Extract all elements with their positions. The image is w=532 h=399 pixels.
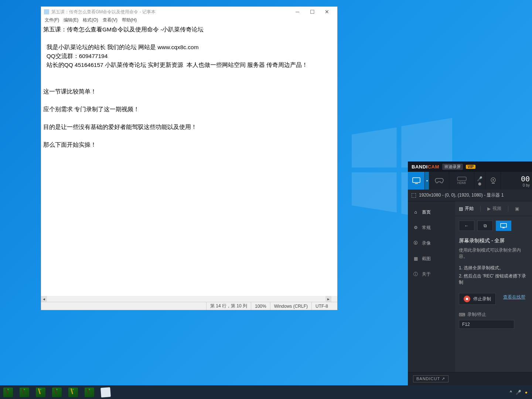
help-link[interactable]: 查看在线帮	[503, 294, 525, 300]
close-button[interactable]: ✕	[320, 7, 334, 17]
menu-format[interactable]: 格式(O)	[81, 17, 100, 24]
notepad-window: 第五课：传奇怎么查看GM命令以及使用命令 - 记事本 ─ ☐ ✕ 文件(F) 编…	[41, 6, 338, 310]
step-2: 2. 然后点击 'REC' 按钮或者摁下录制	[459, 273, 528, 286]
status-zoom: 100%	[251, 302, 270, 310]
bandicut-button[interactable]: BANDICUT ↗	[413, 375, 449, 382]
svg-marker-2	[352, 172, 397, 212]
sidebar: ⌂首页 ⚙常规 ⦿录像 ▦截图 ⓘ关于	[408, 201, 455, 372]
tabbar: ▤开始 ▶视频 ▣	[455, 201, 532, 216]
play-icon: ▶	[487, 206, 491, 211]
home-icon: ⌂	[413, 209, 418, 215]
window-select-button[interactable]: ⧉	[477, 221, 493, 231]
selection-icon	[412, 193, 416, 198]
status-position: 第 14 行，第 10 列	[206, 302, 251, 310]
taskbar-item[interactable]	[49, 385, 65, 399]
sidebar-item-image[interactable]: ▦截图	[408, 251, 455, 266]
section-title: 屏幕录制模式 - 全屏	[459, 238, 528, 244]
svg-marker-0	[352, 127, 397, 168]
folder-icon: ▤	[459, 206, 463, 211]
keyboard-icon: ⌨	[459, 312, 465, 317]
mode-toolbar: ▾ HDMI 🎤⬤ 00 0 by	[408, 172, 532, 190]
screen-mode-dropdown[interactable]: ▾	[425, 172, 429, 190]
svg-marker-1	[401, 118, 452, 167]
stop-icon	[464, 296, 470, 302]
image-icon: ▦	[413, 256, 418, 261]
counter: 00 0 by	[501, 172, 532, 190]
audio-mode-button[interactable]: 🎤⬤	[474, 172, 485, 190]
record-icon: ⦿	[413, 241, 418, 246]
taskbar: ^ 🎤 ●	[0, 385, 532, 399]
tray-status-icon[interactable]: ●	[525, 390, 528, 395]
menu-view[interactable]: 查看(V)	[100, 17, 120, 24]
svg-rect-9	[492, 183, 495, 184]
taskbar-item[interactable]	[65, 385, 81, 399]
info-icon: ⓘ	[413, 271, 418, 277]
hotkey-input[interactable]: F12	[459, 320, 514, 329]
menu-file[interactable]: 文件(F)	[42, 17, 61, 24]
status-eol: Windows (CRLF)	[270, 302, 311, 310]
bandicam-logo: BANDICAM	[412, 164, 439, 170]
statusbar: 第 14 行，第 10 列 100% Windows (CRLF) UTF-8	[41, 302, 337, 310]
text-area[interactable]: 第五课：传奇怎么查看GM命令以及使用命令 -小趴菜传奇论坛 我是小趴菜论坛的站长…	[41, 24, 337, 296]
sidebar-item-general[interactable]: ⚙常规	[408, 220, 455, 235]
bandicam-footer: BANDICUT ↗	[408, 372, 532, 385]
step-1: 1. 选择全屏录制模式。	[459, 265, 528, 271]
taskbar-item[interactable]	[16, 385, 33, 399]
gear-icon: ⚙	[413, 225, 418, 230]
history-row: ← ⧉	[455, 216, 532, 235]
status-encoding: UTF-8	[311, 302, 337, 310]
hotkey-label: ⌨录制/停止	[459, 311, 528, 318]
minimize-button[interactable]: ─	[290, 7, 305, 17]
capture-info: 1920x1080 - (0, 0), (1920, 1080) - 显示器 1	[419, 192, 504, 198]
window-title: 第五课：传奇怎么查看GM命令以及使用命令 - 记事本	[51, 9, 290, 15]
game-mode-button[interactable]	[429, 172, 449, 190]
sidebar-item-video[interactable]: ⦿录像	[408, 235, 455, 251]
taskbar-item-notepad[interactable]	[98, 385, 114, 399]
tab-video[interactable]: ▶视频	[487, 205, 501, 212]
svg-rect-11	[502, 228, 505, 228]
taskbar-item[interactable]	[81, 385, 98, 399]
tray-mic-icon[interactable]: 🎤	[516, 390, 521, 395]
menu-help[interactable]: 帮助(H)	[120, 17, 139, 24]
webcam-mode-button[interactable]	[485, 172, 501, 190]
screen-mode-button[interactable]	[408, 172, 425, 190]
menubar: 文件(F) 编辑(E) 格式(O) 查看(V) 帮助(H)	[41, 17, 337, 24]
titlebar[interactable]: 第五课：传奇怎么查看GM命令以及使用命令 - 记事本 ─ ☐ ✕	[41, 7, 337, 17]
maximize-button[interactable]: ☐	[305, 7, 320, 17]
main-panel: ▤开始 ▶视频 ▣ ← ⧉ 屏幕录制模式 - 全屏 使用此录制模式可以录制全屏内…	[455, 201, 532, 372]
capture-info-bar[interactable]: 1920x1080 - (0, 0), (1920, 1080) - 显示器 1	[408, 190, 532, 201]
notepad-icon	[44, 9, 49, 14]
tab-start[interactable]: ▤开始	[459, 205, 474, 212]
svg-point-8	[492, 179, 494, 181]
section-desc: 使用此录制模式可以录制全屏内容。	[459, 247, 528, 260]
taskbar-item[interactable]	[0, 385, 16, 399]
bandicam-window: BANDICAM 班迪录屏 VIP ▾ HDMI 🎤⬤ 00 0 by 1920…	[408, 161, 532, 385]
bandicam-titlebar[interactable]: BANDICAM 班迪录屏 VIP	[408, 161, 532, 172]
svg-rect-10	[501, 224, 507, 227]
vip-badge: VIP	[466, 165, 475, 169]
tab-image[interactable]: ▣	[515, 206, 519, 211]
fullscreen-button[interactable]	[496, 221, 511, 231]
taskbar-item[interactable]	[33, 385, 49, 399]
menu-edit[interactable]: 编辑(E)	[61, 17, 81, 24]
tray-chevron-icon[interactable]: ^	[510, 390, 512, 395]
bandicam-subtitle: 班迪录屏	[442, 164, 463, 170]
system-tray: ^ 🎤 ●	[510, 390, 532, 395]
scroll-right-icon[interactable]: ►	[325, 296, 331, 302]
picture-icon: ▣	[515, 206, 519, 211]
device-mode-button[interactable]: HDMI	[449, 172, 474, 190]
svg-rect-6	[457, 177, 466, 181]
h-scrollbar[interactable]: ◄ ►	[41, 296, 337, 302]
sidebar-item-about[interactable]: ⓘ关于	[408, 266, 455, 282]
scroll-left-icon[interactable]: ◄	[41, 296, 47, 302]
svg-rect-5	[415, 183, 418, 184]
sidebar-item-home[interactable]: ⌂首页	[408, 204, 455, 220]
svg-rect-4	[413, 178, 420, 183]
stop-record-button[interactable]: 停止录制	[459, 293, 496, 305]
back-button[interactable]: ←	[459, 221, 474, 231]
